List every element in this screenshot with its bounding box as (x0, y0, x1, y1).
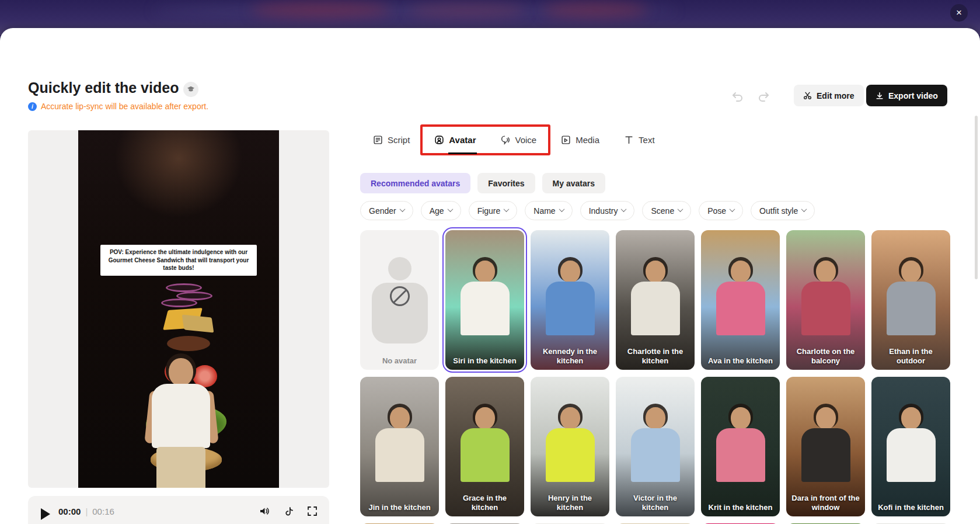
chip-my-avatars[interactable]: My avatars (542, 173, 605, 193)
undo-icon[interactable] (731, 90, 745, 104)
duration: 00:16 (92, 506, 114, 516)
avatar-silhouette (731, 407, 751, 429)
avatar-silhouette (560, 407, 580, 429)
tab-label: Script (388, 135, 410, 145)
tab-avatar[interactable]: Avatar (434, 135, 476, 145)
avatar-category-chips: Recommended avatars Favorites My avatars (360, 173, 605, 193)
filter-dropdown[interactable]: Industry (580, 201, 635, 220)
avatar-silhouette (887, 282, 936, 335)
time-separator: | (85, 506, 88, 516)
avatar-silhouette (816, 261, 836, 283)
avatar-silhouette (731, 261, 751, 283)
video-frame[interactable]: POV: Experience the ultimate indulgence … (78, 130, 279, 488)
avatar-silhouette (801, 428, 850, 482)
filter-label: Figure (477, 206, 501, 216)
close-button[interactable]: × (950, 4, 968, 22)
avatar-silhouette (390, 407, 410, 429)
filter-dropdown[interactable]: Figure (469, 201, 518, 220)
player-controls: 00:00 | 00:16 (28, 496, 329, 524)
tab-voice[interactable]: Voice (500, 135, 536, 145)
hand-image (114, 130, 243, 218)
tab-label: Avatar (449, 135, 476, 145)
export-video-button[interactable]: Export video (866, 85, 947, 106)
filter-dropdown[interactable]: Age (421, 201, 461, 220)
play-button[interactable] (41, 508, 50, 520)
graduation-cap-icon (187, 85, 195, 93)
avatar-card[interactable]: Dara in front of the window (786, 377, 865, 516)
avatar-name: Grace in the kitchen (445, 494, 524, 513)
scissors-icon (803, 91, 812, 100)
blurred-background (543, 2, 648, 18)
filter-dropdown[interactable]: Outfit style (751, 201, 815, 220)
time-display: 00:00 | 00:16 (58, 506, 114, 516)
avatar-card[interactable]: Kennedy in the kitchen (531, 230, 609, 370)
avatar-photo (701, 377, 780, 516)
no-avatar-icon (390, 286, 410, 306)
avatar-card[interactable]: Victor in the kitchen (616, 377, 695, 516)
chevron-down-icon (447, 206, 453, 212)
avatar-name: Dara in front of the window (786, 494, 865, 513)
avatar-name: Jin in the kitchen (360, 503, 439, 512)
edit-video-modal: Quickly edit the video i Accurate lip-sy… (0, 28, 980, 524)
filter-dropdown[interactable]: Name (525, 201, 572, 220)
chip-recommended-avatars[interactable]: Recommended avatars (360, 173, 470, 193)
avatar-silhouette (461, 428, 510, 482)
scrollbar[interactable] (975, 116, 978, 279)
tiktok-icon[interactable] (283, 506, 294, 517)
avatar-card[interactable]: Grace in the kitchen (445, 377, 524, 516)
filter-label: Name (533, 206, 555, 216)
avatar-card[interactable]: Henry in the kitchen (531, 377, 609, 516)
avatar-card[interactable]: Siri in the kitchen (445, 230, 524, 370)
tab-media[interactable]: Media (561, 135, 599, 145)
filter-label: Industry (589, 206, 618, 216)
avatar-name: Kennedy in the kitchen (531, 347, 609, 366)
avatar-card[interactable]: No avatar (360, 230, 439, 370)
avatar-silhouette (901, 407, 921, 429)
avatar-card[interactable]: Krit in the kitchen (701, 377, 780, 516)
media-icon (561, 135, 571, 145)
avatar-name: Ethan in the outdoor (871, 347, 950, 366)
avatar-grid: No avatar Siri in the kitchen Kennedy in… (360, 230, 950, 516)
onion-ring (161, 299, 197, 307)
presenter-shorts (156, 447, 205, 488)
avatar-name: Krit in the kitchen (701, 503, 780, 512)
avatar-name: Charlotte on the balcony (786, 347, 865, 366)
avatar-card[interactable]: Charlotte in the kitchen (616, 230, 695, 370)
fullscreen-icon[interactable] (307, 506, 318, 516)
chevron-down-icon (399, 206, 405, 212)
filter-dropdown[interactable]: Gender (360, 201, 413, 220)
avatar-filters: Gender Age Figure Name Industry Scene Po… (360, 201, 815, 220)
avatar-name: No avatar (360, 356, 439, 366)
tab-label: Media (576, 135, 599, 145)
current-time: 00:00 (58, 506, 81, 516)
volume-icon[interactable] (259, 505, 270, 517)
avatar-card[interactable]: Ethan in the outdoor (871, 230, 950, 370)
tab-text[interactable]: Text (624, 135, 655, 145)
avatar-silhouette (716, 428, 765, 482)
redo-icon[interactable] (756, 90, 770, 104)
notice-text: Accurate lip-sync will be available afte… (41, 102, 208, 111)
tab-label: Text (639, 135, 655, 145)
avatar-card[interactable]: Ava in the kitchen (701, 230, 780, 370)
highlight-red-box: Avatar Voice (420, 124, 550, 155)
filter-dropdown[interactable]: Scene (642, 201, 691, 220)
avatar-silhouette (631, 282, 680, 335)
edit-more-button[interactable]: Edit more (794, 85, 864, 106)
export-video-label: Export video (888, 91, 938, 100)
avatar-card[interactable]: Kofi in the kitchen (871, 377, 950, 516)
avatar-silhouette (546, 282, 595, 335)
tutorial-button[interactable] (183, 82, 198, 97)
text-icon (624, 135, 634, 145)
tab-script[interactable]: Script (373, 135, 410, 145)
avatar-silhouette (461, 282, 510, 335)
avatar-name: Charlotte in the kitchen (616, 347, 695, 366)
avatar-panel: Script Avatar Voice (360, 127, 950, 524)
page-title: Quickly edit the video (28, 79, 179, 96)
avatar-silhouette (475, 407, 495, 429)
filter-label: Scene (651, 206, 674, 216)
avatar-card[interactable]: Jin in the kitchen (360, 377, 439, 516)
avatar-card[interactable]: Charlotte on the balcony (786, 230, 865, 370)
info-icon: i (28, 102, 37, 111)
filter-dropdown[interactable]: Pose (699, 201, 743, 220)
chip-favorites[interactable]: Favorites (477, 173, 535, 193)
